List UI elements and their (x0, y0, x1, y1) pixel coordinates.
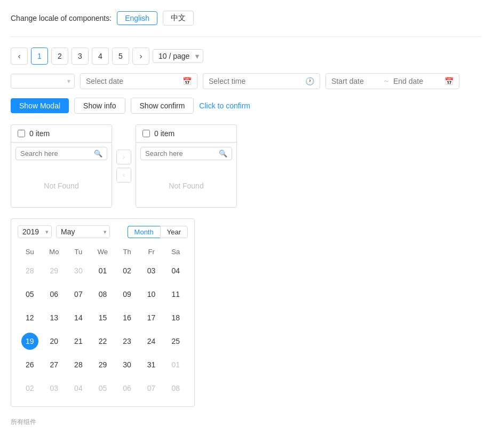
calendar-day[interactable]: 14 (66, 306, 91, 329)
category-select[interactable] (11, 74, 75, 89)
transfer-left-button[interactable]: ‹ (116, 168, 131, 183)
calendar-day[interactable]: 13 (42, 306, 67, 329)
weekday-fr: Fr (139, 245, 164, 259)
pagination-section: ‹ 1 2 3 4 5 › 10 / page 20 / page 50 / p… (11, 48, 481, 65)
calendar-day[interactable]: 20 (42, 329, 67, 353)
calendar-day[interactable]: 03 (139, 259, 164, 282)
calendar-day[interactable]: 30 (66, 259, 91, 282)
year-view-button[interactable]: Year (160, 226, 188, 238)
pagination-next-button[interactable]: › (132, 48, 149, 65)
calendar-day[interactable]: 06 (115, 376, 139, 400)
calendar-day[interactable]: 17 (139, 306, 164, 329)
calendar-day[interactable]: 28 (18, 259, 42, 282)
calendar-day[interactable]: 05 (91, 376, 115, 400)
calendar-week-1: 05060708091011 (18, 282, 188, 306)
show-confirm-button[interactable]: Show confirm (131, 98, 194, 114)
calendar-day[interactable]: 11 (163, 282, 188, 306)
transfer-right-header: 0 item (136, 125, 236, 143)
year-select[interactable]: 2019 2020 2018 (18, 225, 52, 238)
weekday-mo: Mo (42, 245, 67, 259)
calendar-day[interactable]: 27 (42, 353, 67, 376)
locale-label: Change locale of components: (11, 14, 112, 22)
calendar-day[interactable]: 26 (18, 353, 42, 376)
calendar-day[interactable]: 23 (115, 329, 139, 353)
calendar-day[interactable]: 04 (66, 376, 91, 400)
start-date-input[interactable] (331, 77, 379, 85)
footer-text: 所有组件 (11, 418, 481, 427)
date-picker-input[interactable] (86, 77, 179, 85)
calendar-day[interactable]: 31 (139, 353, 164, 376)
calendar-icon: 📅 (182, 77, 192, 85)
calendar-day[interactable]: 04 (163, 259, 188, 282)
calendar-day[interactable]: 02 (18, 376, 42, 400)
calendar-day[interactable]: 29 (42, 259, 67, 282)
range-calendar-icon: 📅 (445, 77, 454, 85)
calendar-day[interactable]: 06 (42, 282, 67, 306)
month-view-button[interactable]: Month (128, 226, 160, 238)
clock-icon: 🕐 (305, 77, 314, 85)
calendar-day[interactable]: 22 (91, 329, 115, 353)
calendar-day[interactable]: 30 (115, 353, 139, 376)
calendar-day[interactable]: 15 (91, 306, 115, 329)
transfer-left-search-wrapper[interactable]: 🔍 (15, 147, 107, 160)
date-picker-wrapper[interactable]: 📅 (80, 73, 197, 89)
calendar-day[interactable]: 29 (91, 353, 115, 376)
calendar-day[interactable]: 25 (163, 329, 188, 353)
transfer-right-not-found: Not Found (169, 182, 203, 190)
click-to-confirm-button[interactable]: Click to confirm (199, 101, 250, 110)
calendar-weekdays: Su Mo Tu We Th Fr Sa (18, 245, 188, 259)
show-modal-button[interactable]: Show Modal (11, 98, 69, 113)
weekday-sa: Sa (163, 245, 188, 259)
weekday-th: Th (115, 245, 139, 259)
calendar-day[interactable]: 07 (66, 282, 91, 306)
transfer-controls: › ‹ (112, 124, 136, 208)
pagination-page-4[interactable]: 4 (92, 48, 109, 65)
month-select[interactable]: January February March April May June Ju… (56, 225, 110, 238)
category-select-wrapper[interactable]: ▾ (11, 73, 75, 89)
calendar-day[interactable]: 19 (18, 329, 42, 353)
page-size-select[interactable]: 10 / page 20 / page 50 / page (153, 49, 203, 63)
pagination-page-5[interactable]: 5 (112, 48, 129, 65)
transfer-left-search-input[interactable] (20, 150, 92, 158)
calendar-day[interactable]: 18 (163, 306, 188, 329)
calendar-day[interactable]: 12 (18, 306, 42, 329)
calendar-day[interactable]: 24 (139, 329, 164, 353)
pagination-page-2[interactable]: 2 (51, 48, 68, 65)
locale-chinese-button[interactable]: 中文 (163, 11, 194, 26)
pagination-page-3[interactable]: 3 (72, 48, 89, 65)
calendar-day[interactable]: 28 (66, 353, 91, 376)
time-picker-input[interactable] (209, 77, 302, 85)
range-separator: ～ (383, 76, 390, 86)
calendar-day[interactable]: 08 (163, 376, 188, 400)
transfer-right-button[interactable]: › (116, 150, 131, 164)
transfer-left-box: 0 item 🔍 Not Found (11, 124, 112, 208)
locale-english-button[interactable]: English (117, 11, 157, 25)
transfer-left-search-icon: 🔍 (94, 150, 102, 158)
calendar-day[interactable]: 05 (18, 282, 42, 306)
transfer-left-not-found: Not Found (44, 182, 78, 190)
transfer-right-body: Not Found (136, 164, 236, 207)
calendar-day[interactable]: 21 (66, 329, 91, 353)
time-picker-wrapper[interactable]: 🕐 (203, 73, 320, 89)
calendar-header: 2019 2020 2018 January February March Ap… (18, 225, 188, 238)
calendar-day[interactable]: 02 (115, 259, 139, 282)
calendar-day[interactable]: 07 (139, 376, 164, 400)
transfer-right-checkbox[interactable] (142, 130, 150, 137)
transfer-right-search-wrapper[interactable]: 🔍 (140, 147, 232, 160)
date-range-wrapper[interactable]: ～ 📅 (326, 73, 459, 89)
show-info-button[interactable]: Show info (74, 98, 125, 114)
view-toggle: Month Year (128, 226, 188, 238)
transfer-left-checkbox[interactable] (18, 130, 25, 137)
calendar-day[interactable]: 10 (139, 282, 164, 306)
calendar-day[interactable]: 08 (91, 282, 115, 306)
calendar-day[interactable]: 03 (42, 376, 67, 400)
transfer-right-search-input[interactable] (145, 150, 217, 158)
calendar-day[interactable]: 09 (115, 282, 139, 306)
pagination-prev-button[interactable]: ‹ (11, 48, 28, 65)
transfer-right-count: 0 item (154, 129, 174, 138)
calendar-day[interactable]: 01 (91, 259, 115, 282)
end-date-input[interactable] (393, 77, 441, 85)
calendar-day[interactable]: 01 (163, 353, 188, 376)
pagination-page-1[interactable]: 1 (31, 48, 48, 65)
calendar-day[interactable]: 16 (115, 306, 139, 329)
